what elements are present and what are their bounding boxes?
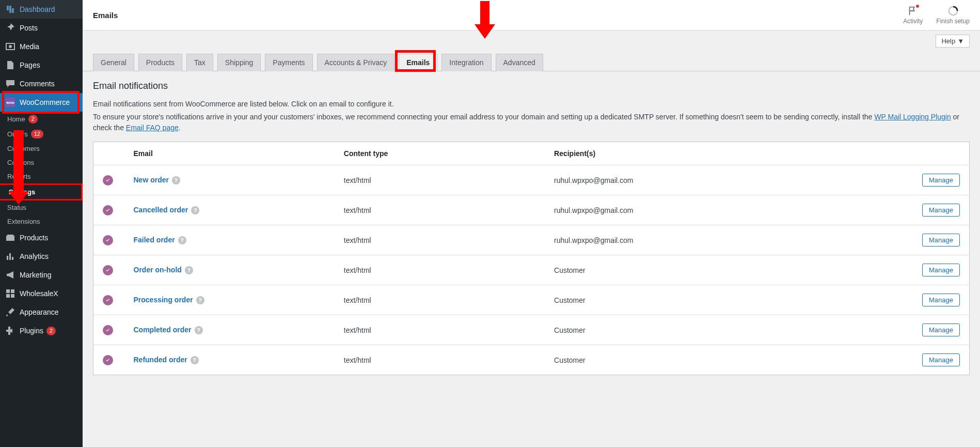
email-name-link[interactable]: Failed order bbox=[134, 236, 175, 244]
table-row: Processing order?text/htmlCustomerManage bbox=[93, 285, 970, 315]
submenu-label: Extensions bbox=[7, 218, 40, 225]
menu-label: Plugins bbox=[20, 327, 43, 335]
submenu-customers[interactable]: Customers bbox=[0, 142, 83, 156]
manage-button[interactable]: Manage bbox=[922, 234, 960, 246]
menu-pages[interactable]: Pages bbox=[0, 56, 83, 74]
comment-icon bbox=[5, 79, 15, 89]
help-tooltip-icon[interactable]: ? bbox=[185, 266, 193, 274]
status-enabled-icon bbox=[103, 235, 113, 245]
menu-marketing[interactable]: Marketing bbox=[0, 266, 83, 284]
email-name-link[interactable]: Cancelled order bbox=[134, 206, 188, 214]
submenu-orders[interactable]: Orders 12 bbox=[0, 127, 83, 142]
section-description-1: Email notifications sent from WooCommerc… bbox=[93, 99, 970, 110]
submenu-coupons[interactable]: Coupons bbox=[0, 156, 83, 169]
submenu-label: Status bbox=[7, 204, 26, 211]
menu-label: Appearance bbox=[20, 308, 59, 316]
menu-analytics[interactable]: Analytics bbox=[0, 247, 83, 266]
manage-button[interactable]: Manage bbox=[922, 353, 960, 366]
admin-sidebar: Dashboard Posts Media Pages Comments woo… bbox=[0, 0, 83, 447]
manage-button[interactable]: Manage bbox=[922, 204, 960, 217]
plugin-icon bbox=[5, 326, 15, 336]
menu-plugins[interactable]: Plugins 2 bbox=[0, 321, 83, 340]
menu-label: Analytics bbox=[20, 252, 49, 260]
tab-products[interactable]: Products bbox=[138, 54, 182, 71]
tab-general[interactable]: General bbox=[93, 54, 134, 71]
manage-button[interactable]: Manage bbox=[922, 323, 960, 336]
email-name-link[interactable]: New order bbox=[134, 176, 169, 184]
submenu-settings[interactable]: Settings bbox=[0, 183, 83, 201]
menu-dashboard[interactable]: Dashboard bbox=[0, 0, 83, 19]
status-enabled-icon bbox=[103, 295, 113, 305]
th-content-type: Content type bbox=[335, 142, 545, 165]
menu-wholesalex[interactable]: WholesaleX bbox=[0, 284, 83, 303]
recipients-cell: Customer bbox=[545, 285, 912, 315]
th-recipients: Recipient(s) bbox=[545, 142, 912, 165]
megaphone-icon bbox=[5, 270, 15, 280]
menu-posts[interactable]: Posts bbox=[0, 19, 83, 37]
th-actions bbox=[913, 142, 970, 165]
recipients-cell: Customer bbox=[545, 255, 912, 285]
help-tooltip-icon[interactable]: ? bbox=[191, 206, 199, 214]
activity-button[interactable]: Activity bbox=[903, 5, 923, 25]
content-type-cell: text/html bbox=[335, 285, 545, 315]
menu-appearance[interactable]: Appearance bbox=[0, 303, 83, 321]
tab-payments[interactable]: Payments bbox=[265, 54, 312, 71]
email-name-link[interactable]: Order on-hold bbox=[134, 266, 182, 274]
status-enabled-icon bbox=[103, 175, 113, 186]
submenu-reports[interactable]: Reports bbox=[0, 169, 83, 183]
brush-icon bbox=[5, 307, 15, 317]
menu-woocommerce[interactable]: woo WooCommerce bbox=[0, 93, 83, 112]
link-email-faq[interactable]: Email FAQ page bbox=[126, 124, 179, 132]
menu-products[interactable]: Products bbox=[0, 228, 83, 247]
table-row: Completed order?text/htmlCustomerManage bbox=[93, 315, 970, 345]
notification-dot bbox=[915, 4, 920, 8]
submenu-label: Settings bbox=[9, 188, 35, 196]
manage-button[interactable]: Manage bbox=[922, 294, 960, 306]
finish-setup-button[interactable]: Finish setup bbox=[936, 5, 970, 25]
link-mail-logging[interactable]: WP Mail Logging Plugin bbox=[874, 113, 951, 121]
menu-media[interactable]: Media bbox=[0, 37, 83, 56]
activity-label: Activity bbox=[903, 18, 923, 25]
page-title: Emails bbox=[93, 11, 118, 20]
svg-point-0 bbox=[9, 45, 12, 48]
manage-button[interactable]: Manage bbox=[922, 264, 960, 276]
help-tooltip-icon[interactable]: ? bbox=[195, 326, 203, 334]
menu-label: Pages bbox=[20, 61, 40, 69]
help-dropdown[interactable]: Help ▼ bbox=[936, 35, 970, 48]
tab-accounts[interactable]: Accounts & Privacy bbox=[317, 54, 395, 71]
tab-emails[interactable]: Emails bbox=[399, 54, 437, 71]
section-heading: Email notifications bbox=[93, 81, 970, 91]
help-tooltip-icon[interactable]: ? bbox=[178, 236, 186, 244]
content-type-cell: text/html bbox=[335, 345, 545, 375]
finish-setup-label: Finish setup bbox=[936, 18, 970, 25]
status-enabled-icon bbox=[103, 205, 113, 215]
tab-shipping[interactable]: Shipping bbox=[217, 54, 261, 71]
submenu-status[interactable]: Status bbox=[0, 201, 83, 214]
section-description-2: To ensure your store's notifications arr… bbox=[93, 112, 970, 133]
email-name-link[interactable]: Processing order bbox=[134, 296, 193, 304]
manage-button[interactable]: Manage bbox=[922, 174, 960, 187]
submenu-home[interactable]: Home 2 bbox=[0, 112, 83, 127]
analytics-icon bbox=[5, 251, 15, 261]
tab-tax[interactable]: Tax bbox=[186, 54, 213, 71]
count-badge: 2 bbox=[46, 327, 56, 335]
menu-label: Posts bbox=[20, 24, 38, 32]
submenu-label: Home bbox=[7, 115, 25, 123]
recipients-cell: ruhul.wpxpo@gmail.com bbox=[545, 165, 912, 195]
email-name-link[interactable]: Completed order bbox=[134, 326, 192, 334]
tab-advanced[interactable]: Advanced bbox=[496, 54, 543, 71]
tab-integration[interactable]: Integration bbox=[441, 54, 491, 71]
help-tooltip-icon[interactable]: ? bbox=[172, 176, 180, 184]
email-table: Email Content type Recipient(s) New orde… bbox=[93, 142, 970, 375]
count-badge: 12 bbox=[31, 130, 43, 138]
email-name-link[interactable]: Refunded order bbox=[134, 356, 187, 364]
status-enabled-icon bbox=[103, 325, 113, 335]
menu-label: Media bbox=[20, 42, 39, 51]
help-tooltip-icon[interactable]: ? bbox=[196, 296, 204, 304]
help-label: Help bbox=[941, 37, 955, 45]
menu-label: Comments bbox=[20, 80, 55, 88]
submenu-extensions[interactable]: Extensions bbox=[0, 214, 83, 228]
menu-label: Dashboard bbox=[20, 5, 55, 13]
help-tooltip-icon[interactable]: ? bbox=[191, 356, 199, 364]
menu-comments[interactable]: Comments bbox=[0, 74, 83, 93]
